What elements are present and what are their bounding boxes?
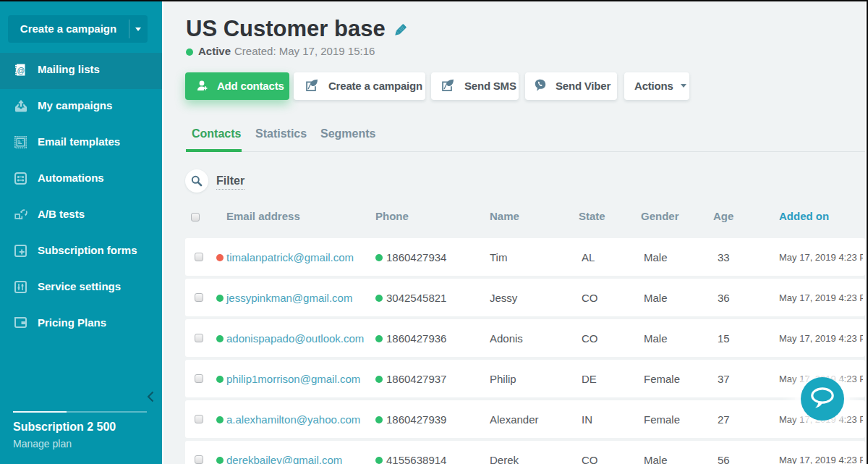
svg-text:@: @ (17, 66, 25, 75)
